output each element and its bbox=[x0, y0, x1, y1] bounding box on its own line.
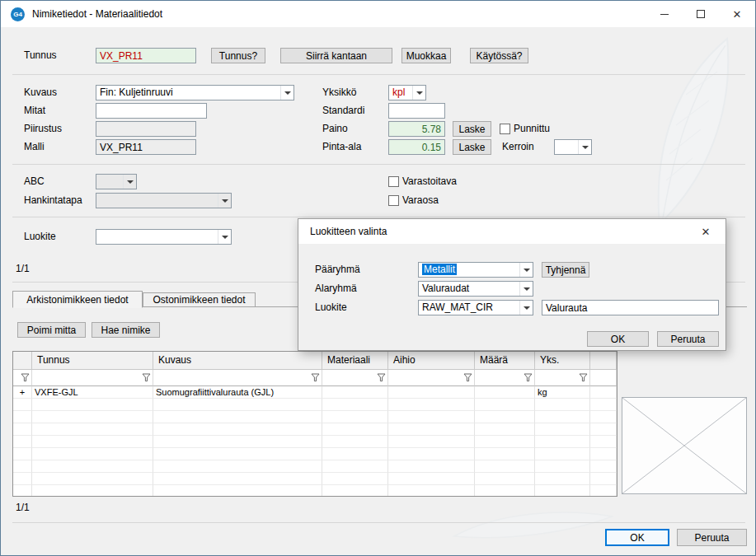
filter-cell[interactable] bbox=[13, 370, 32, 386]
laske-pinta-ala-button[interactable]: Laske bbox=[453, 139, 491, 155]
tunnus-question-button[interactable]: Tunnus? bbox=[211, 48, 265, 63]
filter-funnel-icon[interactable] bbox=[21, 373, 30, 382]
dialog-luokite-select[interactable]: RAW_MAT_CIR bbox=[418, 300, 533, 315]
table-row-empty bbox=[13, 436, 617, 448]
pinta-ala-input[interactable] bbox=[388, 139, 445, 155]
table-cell-empty bbox=[388, 485, 475, 497]
filter-cell[interactable] bbox=[153, 370, 322, 386]
luokite-label: Luokite bbox=[24, 229, 56, 245]
watermark-feather-graphic bbox=[628, 30, 752, 236]
table-row-empty bbox=[13, 411, 617, 423]
filter-funnel-icon[interactable] bbox=[463, 373, 472, 382]
image-placeholder bbox=[622, 397, 747, 494]
items-table: Tunnus Kuvaus Materiaali Aihio Määrä Yks… bbox=[12, 351, 617, 497]
table-header-row: Tunnus Kuvaus Materiaali Aihio Määrä Yks… bbox=[13, 352, 617, 370]
table-row-empty bbox=[13, 485, 617, 497]
maximize-button[interactable] bbox=[683, 1, 719, 27]
column-header-kuvaus[interactable]: Kuvaus bbox=[153, 352, 322, 370]
tunnus-label: Tunnus bbox=[24, 48, 57, 63]
paino-input[interactable] bbox=[388, 121, 445, 137]
chevron-down-icon bbox=[218, 194, 231, 208]
tab-ostonimikkeen-tiedot[interactable]: Ostonimikkeen tiedot bbox=[143, 292, 256, 307]
abc-select[interactable] bbox=[96, 174, 137, 189]
alaryhma-select[interactable]: Valuraudat bbox=[418, 281, 533, 297]
filter-funnel-icon[interactable] bbox=[142, 373, 151, 382]
table-cell-empty bbox=[153, 423, 322, 436]
filter-cell[interactable] bbox=[535, 370, 590, 386]
filter-funnel-icon[interactable] bbox=[524, 373, 533, 382]
chevron-down-icon bbox=[280, 86, 293, 100]
close-button[interactable]: ✕ bbox=[719, 1, 755, 27]
filter-cell[interactable] bbox=[32, 370, 153, 386]
filter-cell[interactable] bbox=[388, 370, 475, 386]
column-header-aihio[interactable]: Aihio bbox=[388, 352, 475, 370]
row-expander[interactable]: + bbox=[13, 386, 32, 399]
luokite-select[interactable] bbox=[96, 229, 232, 245]
dialog-ok-button[interactable]: OK bbox=[587, 331, 649, 347]
poimi-mitta-button[interactable]: Poimi mitta bbox=[17, 322, 86, 338]
table-cell-empty bbox=[13, 485, 32, 497]
table-cell-empty bbox=[32, 473, 153, 485]
table-cell-empty bbox=[388, 448, 475, 460]
dialog-peruuta-button[interactable]: Peruuta bbox=[657, 331, 719, 347]
laske-paino-button[interactable]: Laske bbox=[453, 121, 491, 137]
luokite-value bbox=[96, 230, 218, 244]
punnittu-checkbox[interactable] bbox=[500, 124, 510, 134]
tyhjenna-button[interactable]: Tyhjennä bbox=[542, 262, 589, 278]
table-empty-rows bbox=[13, 399, 617, 497]
paaryhma-select[interactable]: Metallit bbox=[418, 262, 533, 278]
cell-kuvaus: Suomugrafiittivalurauta (GJL) bbox=[153, 386, 322, 399]
window-title: Nimiketiedot - Materiaalitiedot bbox=[32, 8, 162, 20]
siirra-kantaan-button[interactable]: Siirrä kantaan bbox=[280, 48, 392, 63]
muokkaa-button[interactable]: Muokkaa bbox=[401, 48, 451, 63]
paaryhma-value: Metallit bbox=[419, 263, 519, 277]
chevron-down-icon bbox=[578, 140, 591, 154]
standardi-input[interactable] bbox=[388, 103, 445, 119]
peruuta-button[interactable]: Peruuta bbox=[677, 529, 747, 546]
table-filter-row bbox=[13, 370, 617, 386]
column-header-yks[interactable]: Yks. bbox=[535, 352, 590, 370]
table-cell-empty bbox=[32, 399, 153, 411]
table-cell-empty bbox=[535, 473, 590, 485]
column-header-materiaali[interactable]: Materiaali bbox=[322, 352, 388, 370]
yksikko-value: kpl bbox=[389, 86, 412, 100]
table-cell-empty bbox=[590, 473, 617, 485]
kerroin-select[interactable] bbox=[554, 139, 592, 155]
filter-funnel-icon[interactable] bbox=[579, 373, 588, 382]
table-cell-empty bbox=[388, 436, 475, 448]
table-cell-empty bbox=[322, 473, 388, 485]
varastoitava-checkbox[interactable] bbox=[388, 176, 399, 187]
ok-button[interactable]: OK bbox=[605, 529, 669, 546]
kuvaus-select[interactable]: Fin: Kuljetinruuvi bbox=[96, 85, 294, 100]
table-cell-empty bbox=[32, 436, 153, 448]
varaosa-checkbox[interactable] bbox=[388, 195, 399, 206]
table-cell-empty bbox=[475, 436, 535, 448]
column-header-tunnus[interactable]: Tunnus bbox=[32, 352, 153, 370]
yksikko-select[interactable]: kpl bbox=[388, 85, 426, 100]
column-header-expander bbox=[13, 352, 32, 370]
tunnus-input[interactable] bbox=[96, 48, 196, 63]
table-cell-empty bbox=[475, 411, 535, 423]
hankintatapa-select[interactable] bbox=[96, 193, 232, 208]
tab-arkistonimikkeen-tiedot[interactable]: Arkistonimikkeen tiedot bbox=[12, 291, 143, 308]
table-cell-empty bbox=[322, 460, 388, 473]
table-cell-empty bbox=[322, 399, 388, 411]
column-header-maara[interactable]: Määrä bbox=[475, 352, 535, 370]
filter-cell[interactable] bbox=[322, 370, 388, 386]
kaytossa-button[interactable]: Käytössä? bbox=[470, 48, 528, 63]
filter-funnel-icon[interactable] bbox=[311, 373, 320, 382]
mitat-input[interactable] bbox=[96, 103, 207, 119]
divider bbox=[12, 164, 745, 165]
table-cell-empty bbox=[32, 485, 153, 497]
malli-input[interactable] bbox=[96, 139, 196, 155]
minimize-button[interactable] bbox=[646, 1, 683, 27]
filter-funnel-icon[interactable] bbox=[377, 373, 386, 382]
dialog-close-button[interactable]: ✕ bbox=[696, 222, 716, 241]
table-row[interactable]: + VXFE-GJL Suomugrafiittivalurauta (GJL)… bbox=[13, 386, 617, 399]
hae-nimike-button[interactable]: Hae nimike bbox=[92, 322, 160, 338]
filter-cell[interactable] bbox=[475, 370, 535, 386]
piirustus-input[interactable] bbox=[96, 121, 196, 137]
minimize-icon bbox=[660, 14, 669, 15]
luokite-text-input[interactable] bbox=[542, 300, 719, 315]
table-cell-empty bbox=[475, 485, 535, 497]
